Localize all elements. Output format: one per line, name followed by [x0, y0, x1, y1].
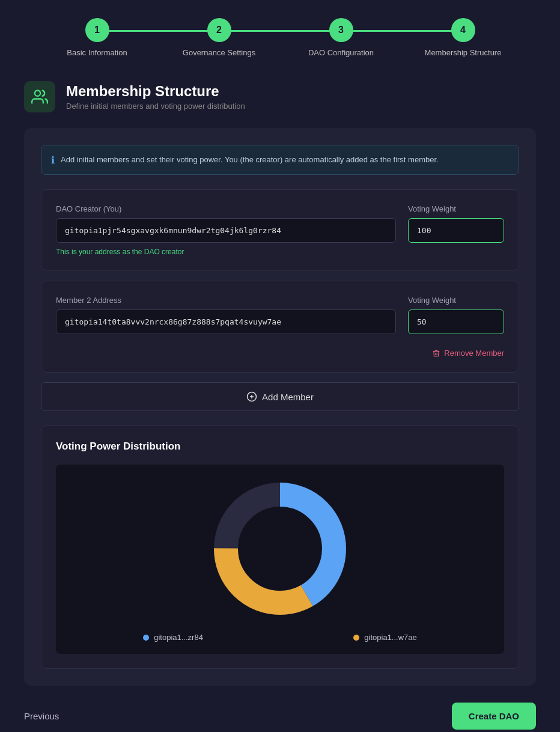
svg-point-0	[35, 91, 40, 96]
remove-member-label: Remove Member	[444, 349, 504, 358]
previous-button[interactable]: Previous	[24, 711, 59, 721]
page-icon-container	[24, 81, 55, 112]
info-icon: ℹ	[51, 154, 55, 166]
page-header: Membership Structure Define initial memb…	[0, 69, 560, 122]
legend-label-member2: gitopia1...w7ae	[364, 633, 416, 642]
legend-item-member2: gitopia1...w7ae	[353, 633, 416, 642]
step-3: 3 DAO Configuration	[280, 18, 402, 57]
main-container: ℹ Add initial members and set their voti…	[24, 128, 536, 686]
step-2: 2 Governance Settings	[158, 18, 280, 57]
stepper: 1 Basic Information 2 Governance Setting…	[0, 0, 560, 69]
member2-address-input[interactable]	[56, 310, 396, 334]
remove-member-button[interactable]: Remove Member	[432, 349, 504, 358]
add-member-label: Add Member	[262, 392, 314, 402]
distribution-card: Voting Power Distribution gitopia1...zr8…	[41, 425, 519, 669]
creator-weight-group: Voting Weight	[408, 204, 504, 243]
svg-point-7	[241, 510, 319, 588]
step-4: 4 Membership Structure	[402, 18, 524, 57]
member2-card: Member 2 Address Voting Weight Remove Me…	[41, 281, 519, 373]
member2-fields: Member 2 Address Voting Weight	[56, 296, 504, 334]
step-4-circle: 4	[451, 18, 475, 42]
step-1: 1 Basic Information	[36, 18, 158, 57]
add-member-button[interactable]: Add Member	[41, 382, 519, 411]
member2-weight-label: Voting Weight	[408, 296, 504, 305]
step-1-label: Basic Information	[67, 48, 127, 57]
legend-dot-member2	[353, 635, 359, 641]
chart-legend: gitopia1...zr84 gitopia1...w7ae	[68, 633, 492, 642]
legend-item-creator: gitopia1...zr84	[143, 633, 203, 642]
create-dao-button[interactable]: Create DAO	[452, 703, 536, 730]
step-2-circle: 2	[207, 18, 231, 42]
creator-address-label: DAO Creator (You)	[56, 204, 396, 213]
creator-weight-input[interactable]	[408, 218, 504, 243]
legend-dot-creator	[143, 635, 149, 641]
member2-address-group: Member 2 Address	[56, 296, 396, 334]
creator-note: This is your address as the DAO creator	[56, 248, 504, 256]
creator-address-group: DAO Creator (You)	[56, 204, 396, 243]
page-title: Membership Structure	[66, 83, 245, 100]
member2-address-label: Member 2 Address	[56, 296, 396, 305]
creator-member-card: DAO Creator (You) Voting Weight This is …	[41, 189, 519, 271]
info-banner-text: Add initial members and set their voting…	[61, 154, 439, 166]
info-banner: ℹ Add initial members and set their voti…	[41, 145, 519, 175]
step-1-circle: 1	[85, 18, 109, 42]
creator-address-input[interactable]	[56, 218, 396, 243]
member2-weight-input[interactable]	[408, 310, 504, 334]
distribution-title: Voting Power Distribution	[56, 441, 504, 453]
step-3-label: DAO Configuration	[308, 48, 374, 57]
chart-container: gitopia1...zr84 gitopia1...w7ae	[56, 465, 504, 654]
remove-btn-row: Remove Member	[56, 341, 504, 358]
page-header-text: Membership Structure Define initial memb…	[66, 83, 245, 111]
step-3-circle: 3	[329, 18, 353, 42]
step-4-label: Membership Structure	[425, 48, 502, 57]
creator-fields: DAO Creator (You) Voting Weight	[56, 204, 504, 243]
donut-chart	[208, 477, 352, 621]
member2-weight-group: Voting Weight	[408, 296, 504, 334]
step-2-label: Governance Settings	[183, 48, 255, 57]
trash-icon	[432, 349, 440, 358]
page-subtitle: Define initial members and voting power …	[66, 102, 245, 111]
legend-label-creator: gitopia1...zr84	[154, 633, 203, 642]
creator-weight-label: Voting Weight	[408, 204, 504, 213]
footer: Previous Create DAO	[0, 686, 560, 732]
members-icon	[31, 88, 48, 105]
plus-circle-icon	[246, 391, 257, 402]
